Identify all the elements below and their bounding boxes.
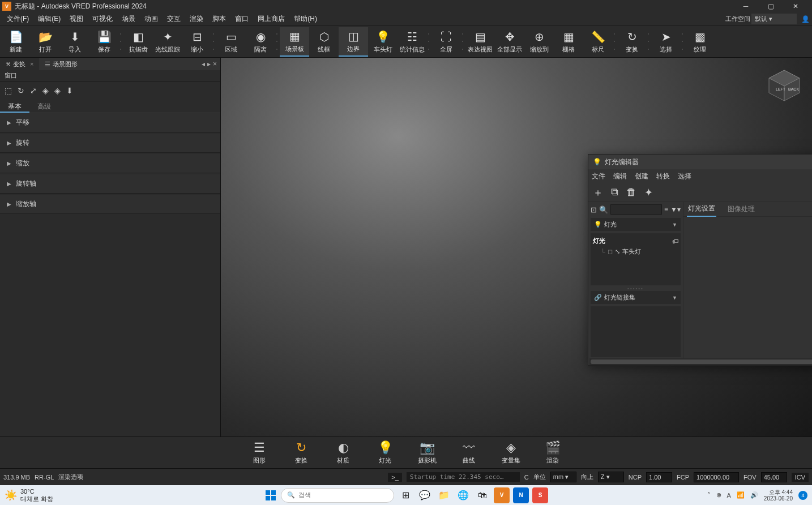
light-type-dropdown[interactable]: 💡 灯光 ▼ (591, 218, 681, 231)
accordion-item[interactable]: ▶缩放 (0, 154, 220, 173)
nav-next-icon[interactable]: ▸ (207, 60, 211, 68)
light-linkset-tree[interactable] (591, 306, 681, 357)
tab-image-processing[interactable]: 图像处理 (726, 202, 756, 216)
toolbar-aa-button[interactable]: ◧抗锯齿 (123, 27, 153, 57)
user-icon[interactable]: 👤 (801, 15, 810, 23)
panel-tool-1-icon[interactable]: ⬚ (5, 86, 12, 95)
viewport[interactable]: LEFT BACK 💡 灯光编辑器 ─ ▢ ✕ 文件 编辑 创建 转换 选择 (221, 58, 812, 451)
nav-prev-icon[interactable]: ◂ (202, 60, 205, 68)
minimize-button[interactable]: ─ (738, 1, 753, 12)
bottombar-varset-button[interactable]: ◈变量集 (497, 440, 525, 465)
store-icon[interactable]: 🛍 (475, 487, 490, 503)
vred-taskbar-icon[interactable]: V (494, 487, 510, 503)
tab-light-settings[interactable]: 灯光设置 (687, 202, 716, 217)
light-tree[interactable]: 灯光 🏷 └ ◻ ⤡ 车头灯 (591, 233, 681, 285)
tree-child[interactable]: └ ◻ ⤡ 车头灯 (593, 246, 678, 257)
light-search-input[interactable] (610, 204, 662, 215)
panel-subheader[interactable]: 窗口 (0, 70, 220, 82)
toolbar-file-button[interactable]: 📄新建 (1, 27, 31, 57)
menu-file[interactable]: 文件(F) (2, 14, 33, 24)
tab-transform[interactable]: ⤧ 变换 × (0, 58, 39, 70)
menu-help[interactable]: 帮助(H) (289, 14, 322, 24)
menu-scene[interactable]: 场景 (117, 14, 140, 24)
visibility-icon[interactable]: ◻ (608, 248, 613, 255)
menu-viz[interactable]: 可视化 (88, 14, 117, 24)
notification-badge[interactable]: 4 (798, 491, 807, 500)
icv-button[interactable]: ICV (792, 473, 809, 482)
toolbar-fullscreen-button[interactable]: ⛶全屏 (431, 27, 461, 57)
menu-script[interactable]: 脚本 (208, 14, 230, 24)
le-menu-convert[interactable]: 转换 (656, 172, 670, 181)
toolbar-grid-button[interactable]: ▦栅格 (554, 27, 583, 57)
ncp-input[interactable] (646, 472, 672, 482)
find-icon[interactable]: ⊡ (591, 206, 597, 214)
c-indicator[interactable]: C (524, 474, 529, 481)
filter-icon[interactable]: ▼▾ (670, 206, 681, 213)
menu-edit[interactable]: 编辑(E) (33, 14, 65, 24)
toolbar-texture-button[interactable]: ▩纹理 (685, 27, 715, 57)
workspace-value[interactable]: 默认 ▾ (751, 14, 797, 24)
nav-close-icon[interactable]: × (213, 60, 217, 68)
toolbar-isolate-button[interactable]: ◉隔离 (246, 27, 275, 57)
le-scrollbar[interactable] (589, 358, 812, 365)
menu-store[interactable]: 网上商店 (253, 14, 289, 24)
fov-input[interactable] (761, 472, 787, 482)
explorer-icon[interactable]: 📁 (436, 487, 452, 503)
toolbar-zoomto-button[interactable]: ⊕缩放到 (524, 27, 554, 57)
toolbar-region-button[interactable]: ▭区域 (216, 27, 246, 57)
delete-light-icon[interactable]: 🗑 (626, 186, 636, 198)
splitter[interactable]: •••••• (591, 286, 681, 290)
add-light-icon[interactable]: ＋ (593, 186, 603, 199)
tray-app-icon[interactable]: ⊗ (716, 491, 721, 499)
panel-tool-6-icon[interactable]: ⬇ (66, 86, 73, 95)
toolbar-ray-button[interactable]: ✦光线跟踪 (153, 27, 182, 57)
tray-chevron-icon[interactable]: ˄ (707, 491, 711, 499)
maximize-button[interactable]: ▢ (763, 1, 778, 12)
menu-render[interactable]: 渲染 (185, 14, 208, 24)
accordion-item[interactable]: ▶旋转 (0, 134, 220, 153)
toolbar-showall-button[interactable]: ✥全部显示 (495, 27, 524, 57)
toolbar-downscale-button[interactable]: ⊟缩小 (182, 27, 212, 57)
light-linkset-dropdown[interactable]: 🔗 灯光链接集 ▼ (591, 291, 681, 304)
toolbar-headlight-button[interactable]: 💡车头灯 (368, 27, 398, 57)
tag-icon[interactable]: 🏷 (672, 238, 678, 245)
up-select[interactable]: Z ▾ (598, 472, 624, 482)
le-menu-create[interactable]: 创建 (635, 172, 648, 181)
panel-tool-4-icon[interactable]: ◈ (42, 86, 49, 95)
bottombar-transform-button[interactable]: ↻变换 (287, 440, 315, 465)
start-button[interactable] (264, 489, 277, 502)
volume-icon[interactable]: 🔊 (750, 491, 758, 499)
tree-root[interactable]: 灯光 🏷 (593, 236, 678, 246)
terminal-icon[interactable]: >_ (388, 473, 402, 482)
le-menu-file[interactable]: 文件 (592, 172, 605, 181)
le-menu-select[interactable]: 选择 (678, 172, 691, 181)
fcp-input[interactable] (694, 472, 739, 482)
unit-select[interactable]: mm ▾ (550, 472, 576, 482)
light-editor-titlebar[interactable]: 💡 灯光编辑器 ─ ▢ ✕ (588, 155, 812, 169)
bottombar-graph-button[interactable]: ☰图形 (245, 440, 273, 465)
bottombar-camera-button[interactable]: 📷摄影机 (413, 440, 441, 465)
tray-lang-icon[interactable]: A (727, 492, 731, 499)
toolbar-bbox-button[interactable]: ◫边界 (339, 27, 368, 57)
panel-tool-5-icon[interactable]: ◈ (54, 86, 61, 95)
task-view-icon[interactable]: ⊞ (398, 487, 413, 503)
subtab-advanced[interactable]: 高级 (29, 100, 59, 113)
bottombar-material-button[interactable]: ◐材质 (329, 440, 357, 465)
toolbar-folder-button[interactable]: 📂打开 (31, 27, 60, 57)
render-options[interactable]: 渲染选项 (58, 473, 83, 481)
bottombar-curve-button[interactable]: 〰曲线 (455, 440, 483, 465)
toolbar-transform-button[interactable]: ↻变换 (617, 27, 647, 57)
taskbar-search[interactable]: 🔍 검색 (281, 488, 394, 503)
light-preset-icon[interactable]: ✦ (644, 186, 653, 199)
menu-window[interactable]: 窗口 (230, 14, 253, 24)
toolbar-select-button[interactable]: ➤选择 (651, 27, 681, 57)
edge-icon[interactable]: 🌐 (455, 487, 471, 503)
sort-icon[interactable]: ≡ (664, 206, 668, 213)
tab-scenegraph[interactable]: ☰ 场景图形 (39, 58, 83, 70)
accordion-item[interactable]: ▶旋转轴 (0, 174, 220, 194)
weather-widget[interactable]: ☀️ 30°C 대체로 화창 (5, 488, 53, 502)
accordion-item[interactable]: ▶缩放轴 (0, 195, 220, 214)
menu-interact[interactable]: 交互 (163, 14, 185, 24)
toolbar-import-button[interactable]: ⬇导入 (60, 27, 89, 57)
toolbar-scene-button[interactable]: ▦场景板 (280, 27, 309, 57)
